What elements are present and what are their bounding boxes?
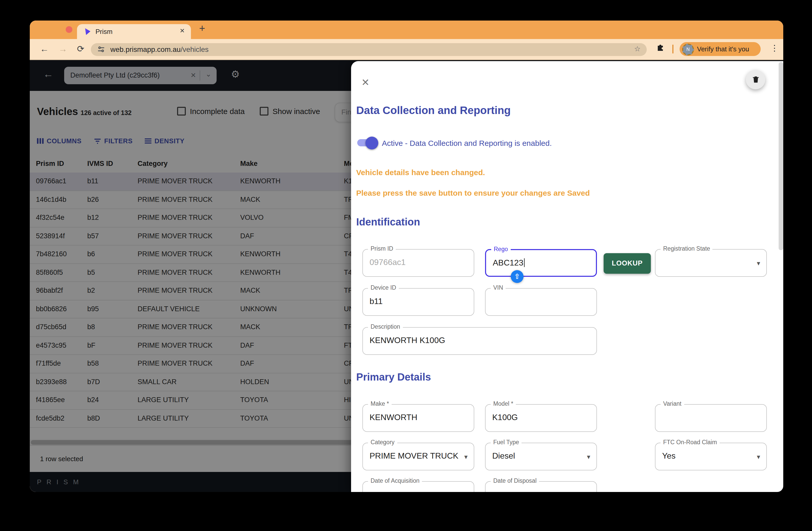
variant-field[interactable]: Variant — [655, 404, 767, 432]
fuel-type-select[interactable]: Fuel Type Diesel ▾ — [485, 443, 597, 470]
device-id-field[interactable]: Device ID b11 — [362, 288, 474, 316]
prism-id-label: Prism ID — [368, 245, 396, 252]
date-acquisition-field[interactable]: Date of Acquisition — [362, 481, 474, 492]
fuel-type-label: Fuel Type — [491, 439, 522, 445]
make-value: KENWORTH — [369, 413, 417, 422]
address-bar[interactable]: web.prismapp.com.au/vehicles ☆ — [91, 43, 647, 56]
toggle-knob — [365, 137, 378, 149]
toolbar-separator — [672, 45, 673, 54]
rego-field[interactable]: Rego ABC123 — [485, 249, 597, 277]
registration-state-select[interactable]: Registration State ▾ — [655, 249, 767, 277]
model-label: Model * — [491, 401, 516, 407]
browser-toolbar: ← → ⟳ web.prismapp.com.au/vehicles ☆ N V… — [30, 39, 783, 60]
toggle-label: Active - Data Collection and Reporting i… — [382, 139, 552, 147]
category-select[interactable]: Category PRIME MOVER TRUCK ▾ — [362, 443, 474, 470]
lookup-button[interactable]: LOOKUP — [604, 253, 651, 274]
forward-icon[interactable]: → — [59, 44, 67, 55]
tab-title: Prism — [96, 28, 112, 35]
registration-state-label: Registration State — [661, 245, 713, 252]
category-label: Category — [368, 439, 397, 445]
ftc-claim-label: FTC On-Road Claim — [661, 439, 720, 445]
dropdown-arrow-icon: ▾ — [464, 453, 468, 461]
web-page: ← Demofleet Pty Ltd (c29cc3f6) ✕ ⌄ ⚙ Veh… — [30, 60, 783, 492]
url-path: /vehicles — [181, 45, 209, 54]
model-field[interactable]: Model * K100G — [485, 404, 597, 432]
date-disposal-label: Date of Disposal — [491, 477, 539, 484]
dropdown-arrow-icon: ▾ — [587, 453, 590, 461]
url-text: web.prismapp.com.au/vehicles — [110, 45, 209, 54]
browser-menu-icon[interactable]: ⋮ — [770, 43, 779, 53]
bookmark-star-icon[interactable]: ☆ — [634, 45, 641, 53]
data-collection-toggle[interactable] — [357, 139, 376, 146]
description-label: Description — [368, 324, 403, 330]
vin-label: VIN — [491, 285, 506, 291]
variant-label: Variant — [661, 401, 684, 407]
identification-heading: Identification — [356, 216, 420, 228]
device-id-value: b11 — [369, 297, 383, 306]
unsaved-warning-line1: Vehicle details have been changed. — [356, 168, 485, 177]
date-disposal-field[interactable]: Date of Disposal — [485, 481, 597, 492]
browser-window: Prism ✕ + ← → ⟳ web.prismapp.com.au/vehi… — [30, 20, 783, 492]
reload-icon[interactable]: ⟳ — [77, 44, 84, 55]
tab-close-icon[interactable]: ✕ — [180, 27, 185, 34]
make-field[interactable]: Make * KENWORTH — [362, 404, 474, 432]
macos-close-button[interactable] — [66, 26, 72, 33]
dropdown-arrow-icon: ▾ — [757, 453, 760, 461]
primary-details-heading: Primary Details — [356, 371, 431, 383]
delete-vehicle-button[interactable] — [746, 70, 765, 89]
unsaved-warning-line2: Please press the save button to ensure y… — [356, 188, 590, 197]
ftc-claim-value: Yes — [662, 451, 676, 461]
autofill-badge-icon[interactable]: ⇧ — [511, 270, 524, 283]
new-tab-button[interactable]: + — [199, 23, 205, 34]
prism-favicon — [84, 28, 91, 38]
date-acquisition-label: Date of Acquisition — [368, 477, 422, 484]
back-icon[interactable]: ← — [40, 44, 49, 55]
browser-tab-strip: Prism ✕ + — [30, 20, 783, 39]
model-value: K100G — [492, 413, 518, 422]
device-id-label: Device ID — [368, 285, 399, 291]
profile-avatar: N — [682, 44, 694, 56]
text-cursor — [524, 258, 525, 267]
verify-identity-label: Verify that it's you — [697, 45, 749, 53]
description-field[interactable]: Description KENWORTH K100G — [362, 327, 597, 355]
verify-identity-button[interactable]: N Verify that it's you — [680, 42, 761, 56]
vin-field[interactable]: VIN — [485, 288, 597, 316]
prism-id-field: Prism ID 09766ac1 — [362, 249, 474, 277]
dropdown-arrow-icon: ▾ — [757, 259, 760, 267]
drawer-scrollbar-thumb[interactable] — [779, 62, 783, 250]
browser-tab[interactable]: Prism ✕ — [77, 24, 191, 39]
trash-icon — [751, 75, 760, 84]
site-settings-icon[interactable] — [98, 46, 105, 55]
screenshot-stage: Prism ✕ + ← → ⟳ web.prismapp.com.au/vehi… — [0, 0, 812, 531]
fuel-type-value: Diesel — [492, 451, 515, 461]
ftc-claim-select[interactable]: FTC On-Road Claim Yes ▾ — [655, 443, 767, 470]
category-value: PRIME MOVER TRUCK — [369, 451, 458, 461]
extensions-puzzle-icon[interactable] — [656, 44, 665, 55]
url-host: web.prismapp.com.au — [110, 45, 181, 54]
description-value: KENWORTH K100G — [369, 336, 445, 345]
close-icon[interactable]: ✕ — [361, 76, 369, 88]
rego-value: ABC123 — [493, 258, 523, 267]
vehicle-details-drawer: ✕ Data Collection and Reporting Active -… — [351, 61, 783, 492]
make-label: Make * — [368, 401, 392, 407]
rego-label: Rego — [491, 246, 510, 252]
drawer-title: Data Collection and Reporting — [356, 104, 511, 117]
prism-id-value: 09766ac1 — [369, 258, 406, 267]
